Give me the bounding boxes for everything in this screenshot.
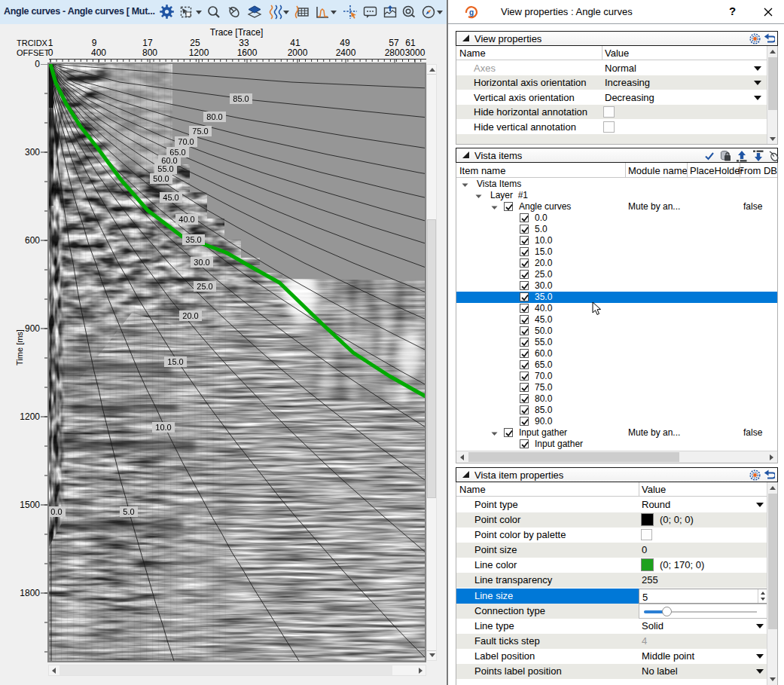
- svg-text:30.0: 30.0: [194, 258, 209, 267]
- svg-text:5.0: 5.0: [123, 507, 134, 516]
- svg-text:25.0: 25.0: [197, 282, 212, 291]
- svg-text:85.0: 85.0: [233, 94, 249, 103]
- svg-text:40.0: 40.0: [178, 215, 194, 224]
- svg-text:70.0: 70.0: [178, 137, 194, 146]
- svg-text:45.0: 45.0: [163, 193, 178, 202]
- svg-text:55.0: 55.0: [157, 164, 173, 173]
- svg-text:20.0: 20.0: [182, 311, 198, 320]
- svg-text:50.0: 50.0: [153, 174, 169, 183]
- svg-text:80.0: 80.0: [206, 112, 222, 121]
- svg-text:75.0: 75.0: [192, 127, 208, 136]
- svg-text:15.0: 15.0: [167, 357, 183, 366]
- svg-text:0.0: 0.0: [50, 507, 62, 516]
- svg-text:35.0: 35.0: [185, 235, 201, 244]
- svg-text:g: g: [469, 8, 474, 17]
- svg-text:10.0: 10.0: [155, 423, 171, 432]
